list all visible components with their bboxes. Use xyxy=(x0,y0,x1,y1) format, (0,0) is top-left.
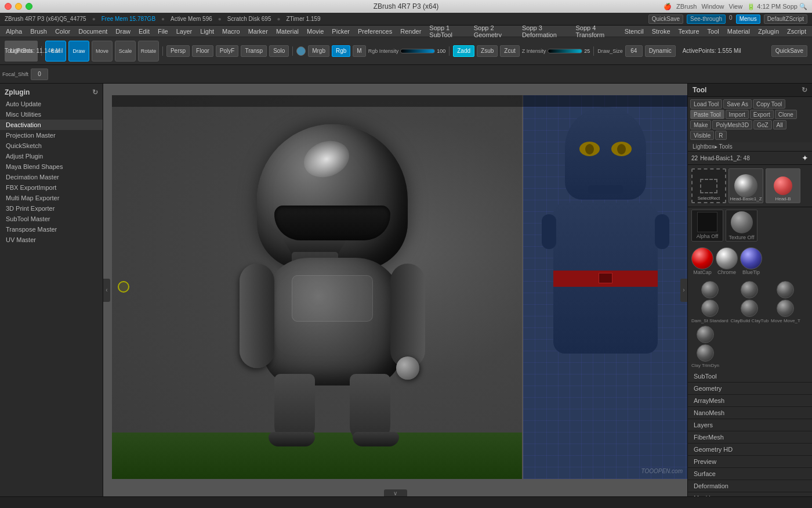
rp-item-geometry-hd[interactable]: Geometry HD xyxy=(688,444,812,456)
menu-stencil[interactable]: Stencil xyxy=(621,27,647,35)
see-through-btn[interactable]: See-through xyxy=(687,15,726,24)
move-btn[interactable]: Move xyxy=(92,41,113,62)
scale-btn[interactable]: Scale xyxy=(115,41,136,62)
menu-brush[interactable]: Brush xyxy=(27,27,50,35)
load-tool-btn[interactable]: Load Tool xyxy=(690,99,722,109)
matcap-bluetip-container[interactable]: BlueTip xyxy=(740,247,762,275)
thumbnail-polymesh[interactable]: Head-B xyxy=(766,168,800,203)
brush-group-2[interactable]: ClayBuild ClayTub xyxy=(731,281,769,323)
rp-item-masking[interactable]: Masking xyxy=(688,492,812,496)
sidebar-item-3d-print-exporter[interactable]: 3D Print Exporter xyxy=(0,203,103,214)
sidebar-item-uv-master[interactable]: UV Master xyxy=(0,235,103,245)
menu-picker[interactable]: Picker xyxy=(328,27,353,35)
mrgb-btn[interactable]: Mrgb xyxy=(308,45,329,57)
rp-item-arraymesh[interactable]: ArrayMesh xyxy=(688,395,812,407)
quicksave-btn[interactable]: QuickSave xyxy=(648,15,683,24)
persp-btn[interactable]: Persp xyxy=(166,45,190,57)
rp-item-subtool[interactable]: SubTool xyxy=(688,370,812,383)
matcap-red-container[interactable]: MatCap xyxy=(691,247,713,275)
alpha-off-box[interactable]: Alpha Off xyxy=(691,210,723,242)
menu-zscript[interactable]: Zscript xyxy=(784,27,810,35)
rp-item-fibermesh[interactable]: FiberMesh xyxy=(688,431,812,444)
menu-file[interactable]: File xyxy=(154,27,172,35)
menu-sopp3[interactable]: Sopp 3 Deformation xyxy=(519,24,571,39)
z-intensity-slider[interactable]: Z Intensity 25 xyxy=(522,48,590,54)
rp-item-nanomesh[interactable]: NanoMesh xyxy=(688,407,812,419)
sidebar-item-maya-blend-shapes[interactable]: Maya Blend Shapes xyxy=(0,161,103,172)
nav-left-btn[interactable]: ‹ xyxy=(103,279,110,302)
thumbnail-head-basic[interactable]: Head-Basic1_Z xyxy=(728,168,763,203)
menu-draw[interactable]: Draw xyxy=(112,27,134,35)
z-slider-track[interactable] xyxy=(548,49,582,53)
sidebar-item-adjust-plugin[interactable]: Adjust Plugin xyxy=(0,151,103,161)
nav-bottom-btn[interactable]: ∨ xyxy=(384,489,407,496)
zadd-btn[interactable]: Zadd xyxy=(453,45,474,57)
all-btn[interactable]: All xyxy=(773,120,786,129)
window-controls[interactable] xyxy=(5,3,32,10)
sidebar-item-fbx-exportimport[interactable]: FBX ExportImport xyxy=(0,182,103,193)
rp-item-geometry[interactable]: Geometry xyxy=(688,383,812,395)
floor-btn[interactable]: Floor xyxy=(192,45,213,57)
viewport[interactable]: TOOOPEN.com ‹ › ∨ xyxy=(103,84,687,496)
rp-item-layers[interactable]: Layers xyxy=(688,419,812,431)
polyf-btn[interactable]: PolyF xyxy=(216,45,239,57)
save-as-btn[interactable]: Save As xyxy=(723,99,752,109)
rotate-btn[interactable]: Rotate xyxy=(138,41,159,62)
menu-tool[interactable]: Tool xyxy=(704,27,723,35)
sidebar-item-auto-update[interactable]: Auto Update xyxy=(0,99,103,109)
sidebar-item-multi-map-exporter[interactable]: Multi Map Exporter xyxy=(0,193,103,203)
focal-shift-value[interactable]: 0 xyxy=(31,69,48,80)
default-script-btn[interactable]: DefaultZScript xyxy=(764,15,807,24)
goz-btn[interactable]: GoZ xyxy=(753,120,771,129)
matcap-chrome-container[interactable]: Chrome xyxy=(716,247,738,275)
make-btn[interactable]: Make xyxy=(690,120,711,129)
thumbnail-select-rect[interactable]: SelectRect xyxy=(691,168,726,203)
menu-zplugin[interactable]: Zplugin xyxy=(755,27,782,35)
rp-item-deformation[interactable]: Deformation xyxy=(688,480,812,492)
menu-marker[interactable]: Marker xyxy=(245,27,271,35)
menu-layer[interactable]: Layer xyxy=(173,27,196,35)
header-right-buttons[interactable]: QuickSave See-through 0 Menus DefaultZSc… xyxy=(648,15,807,24)
maximize-button[interactable] xyxy=(26,3,32,10)
zcut-btn[interactable]: Zcut xyxy=(500,45,519,57)
nav-right-btn[interactable]: › xyxy=(680,279,687,302)
brush-group-4[interactable]: Clay TrimDyn xyxy=(691,326,719,368)
menus-btn[interactable]: Menus xyxy=(736,15,760,24)
rgb-slider-track[interactable] xyxy=(400,49,435,53)
rp-item-surface[interactable]: Surface xyxy=(688,468,812,480)
menu-macro[interactable]: Macro xyxy=(219,27,244,35)
paste-tool-btn[interactable]: Paste Tool xyxy=(690,110,724,119)
viewport-canvas[interactable]: TOOOPEN.com xyxy=(112,95,687,479)
menu-document[interactable]: Document xyxy=(75,27,111,35)
menu-sopp2[interactable]: Sopp 2 Geometry xyxy=(470,24,517,39)
r-btn[interactable]: R xyxy=(715,131,726,140)
copy-tool-btn[interactable]: Copy Tool xyxy=(753,99,785,109)
menu-light[interactable]: Light xyxy=(197,27,217,35)
texture-sphere-box[interactable]: Texture Off xyxy=(726,210,757,242)
draw-btn[interactable]: Draw xyxy=(68,41,89,62)
menu-render[interactable]: Render xyxy=(397,27,425,35)
menu-movie[interactable]: Movie xyxy=(303,27,327,35)
menu-edit[interactable]: Edit xyxy=(135,27,153,35)
menu-sopp1[interactable]: Sopp 1 SubTool xyxy=(426,24,469,39)
brush-group-3[interactable]: Move Move_T xyxy=(771,281,800,323)
menu-preferences[interactable]: Preferences xyxy=(354,27,396,35)
solo-btn[interactable]: Solo xyxy=(269,45,289,57)
view-menu[interactable]: View xyxy=(729,3,743,10)
sidebar-item-projection-master[interactable]: Projection Master xyxy=(0,130,103,140)
draw-size-value[interactable]: 64 xyxy=(625,45,643,57)
sidebar-item-subtool-master[interactable]: SubTool Master xyxy=(0,214,103,224)
rp-item-preview[interactable]: Preview xyxy=(688,456,812,468)
axis-gizmo[interactable] xyxy=(118,281,130,294)
color-swatch[interactable] xyxy=(296,46,306,56)
sidebar-item-deactivation[interactable]: Deactivation xyxy=(0,120,103,130)
polymesh3d-btn[interactable]: PolyMesh3D xyxy=(712,120,752,129)
clone-btn[interactable]: Clone xyxy=(775,110,797,119)
quicksave-btn-2[interactable]: QuickSave xyxy=(771,45,807,57)
zsub-btn[interactable]: Zsub xyxy=(477,45,498,57)
close-button[interactable] xyxy=(5,3,12,10)
menu-texture[interactable]: Texture xyxy=(675,27,703,35)
window-menu[interactable]: Window xyxy=(701,3,724,10)
dynamic-btn[interactable]: Dynamic xyxy=(645,45,676,57)
menu-sopp4[interactable]: Sopp 4 Transform xyxy=(572,24,619,39)
